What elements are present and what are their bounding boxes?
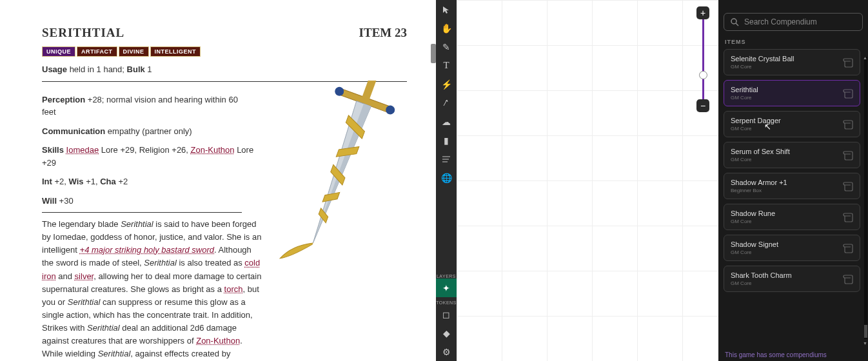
- link-torch[interactable]: torch: [224, 284, 243, 294]
- map-canvas[interactable]: + −: [457, 0, 718, 361]
- item-card-title: Shadow Armor +1: [731, 179, 787, 186]
- item-card-title: Shark Tooth Charm: [731, 271, 792, 279]
- measure-tool[interactable]: [436, 93, 457, 112]
- trait-artifact: ARTIFACT: [77, 46, 117, 57]
- zoom-in-button[interactable]: +: [696, 6, 709, 19]
- skills-line: Skills Iomedae Lore +29, Religion +26, Z…: [42, 144, 262, 169]
- compendium-item[interactable]: Serpent DaggerGM Core: [724, 111, 860, 137]
- tokens-label: TOKENS: [436, 300, 457, 305]
- doc-header: SERITHTIAL ITEM 23: [42, 26, 407, 40]
- scroll-icon: [843, 150, 853, 161]
- compendium-footer-note[interactable]: This game has some compendiums: [724, 349, 863, 361]
- item-card-source: GM Core: [731, 219, 775, 224]
- compendium-panel: ITEMS Selenite Crystal BallGM CoreSerith…: [718, 0, 868, 361]
- compendium-item[interactable]: Serum of Sex ShiftGM Core: [724, 142, 860, 168]
- svg-point-15: [731, 19, 736, 24]
- trait-divine: DIVINE: [119, 46, 149, 57]
- item-card-source: GM Core: [731, 64, 794, 70]
- search-wrap: [724, 13, 863, 31]
- tokens-layer-button[interactable]: ✦: [436, 278, 457, 297]
- link-zonkuthon[interactable]: Zon-Kuthon: [191, 145, 235, 155]
- draw-tool[interactable]: ✎: [436, 37, 457, 56]
- fog-tool[interactable]: ☁: [436, 112, 457, 131]
- scroll-icon: [843, 243, 853, 253]
- communication-line: Communication empathy (partner only): [42, 125, 262, 138]
- doc-scrollbar-thumb[interactable]: [431, 44, 436, 63]
- link-zonkuthon-desc[interactable]: Zon-Kuthon: [196, 336, 240, 346]
- pan-tool[interactable]: ✋: [436, 19, 457, 37]
- fx-tool[interactable]: ⚡: [436, 75, 457, 93]
- items-section-label: ITEMS: [725, 39, 863, 45]
- compendium-item[interactable]: Shark Tooth CharmGM Core: [724, 266, 860, 292]
- link-weapon[interactable]: +4 major striking holy bastard sword: [80, 245, 214, 255]
- svg-line-16: [736, 23, 738, 26]
- zoom-knob[interactable]: [699, 71, 707, 79]
- compendium-item[interactable]: SerithtialGM Core↖: [724, 80, 860, 106]
- scroll-icon: [843, 57, 853, 68]
- scroll-icon: [843, 274, 853, 284]
- item-card-title: Serpent Dagger: [731, 117, 781, 124]
- compendium-scrollbar[interactable]: ▲ ▼: [864, 57, 867, 339]
- item-card-source: GM Core: [731, 157, 790, 162]
- zoom-slider[interactable]: [702, 19, 704, 99]
- trait-intelligent: INTELLIGENT: [150, 46, 201, 57]
- item-card-title: Selenite Crystal Ball: [731, 55, 794, 63]
- svg-rect-3: [362, 81, 379, 100]
- item-illustration: [271, 81, 407, 280]
- item-card-source: GM Core: [731, 95, 758, 101]
- compendium-item[interactable]: Shadow RuneGM Core: [724, 204, 860, 230]
- compendium-item[interactable]: Selenite Crystal BallGM Core: [724, 49, 860, 75]
- will-line: Will +30: [42, 195, 262, 208]
- compendium-item[interactable]: Shadow Armor +1Beginner Box: [724, 173, 860, 199]
- list-tool[interactable]: [436, 150, 457, 168]
- item-level: ITEM 23: [359, 26, 407, 40]
- compendium-item[interactable]: Shadow SignetGM Core: [724, 235, 860, 261]
- perception-line: Perception +28; normal vision and hearin…: [42, 93, 242, 119]
- compendium-item-list: Selenite Crystal BallGM CoreSerithtialGM…: [724, 49, 863, 345]
- usage-line: Usage held in 1 hand; Bulk 1: [42, 63, 407, 76]
- canvas-toolbar: ✋ ✎ T ⚡ ☁ ▮ 🌐 LAYERS ✦ TOKENS ◻ ◆ ⚙: [436, 0, 457, 361]
- trait-unique: UNIQUE: [42, 46, 75, 57]
- zoom-out-button[interactable]: −: [696, 99, 709, 112]
- item-card-source: GM Core: [731, 249, 778, 255]
- bulk-label: Bulk: [127, 64, 145, 74]
- select-tool[interactable]: [436, 0, 457, 19]
- traits-row: UNIQUEARTIFACTDIVINEINTELLIGENT: [42, 46, 407, 57]
- scroll-icon: [843, 212, 853, 222]
- item-card-title: Serum of Sex Shift: [731, 148, 790, 155]
- item-card-source: GM Core: [731, 126, 781, 132]
- search-icon: [731, 18, 739, 26]
- search-input[interactable]: [744, 17, 856, 26]
- item-card-source: GM Core: [731, 280, 792, 286]
- divider: [42, 212, 242, 213]
- item-card-title: Shadow Rune: [731, 210, 775, 217]
- usage-label: Usage: [42, 64, 67, 74]
- layer-gm-button[interactable]: ◆: [436, 324, 457, 342]
- description-text: The legendary blade Serithtial is said t…: [42, 218, 262, 361]
- scroll-icon: [843, 88, 853, 99]
- layer-map-button[interactable]: ◻: [436, 305, 457, 324]
- zoom-control: + −: [696, 6, 709, 112]
- item-card-title: Serithtial: [731, 86, 758, 93]
- compendium-scroll-thumb[interactable]: [864, 325, 867, 338]
- abilities-line: Int +2, Wis +1, Cha +2: [42, 175, 262, 188]
- layers-label: LAYERS: [437, 274, 456, 278]
- link-silver[interactable]: silver: [75, 271, 94, 281]
- text-tool[interactable]: T: [436, 56, 457, 75]
- settings-button[interactable]: ⚙: [436, 342, 457, 361]
- item-document-panel: SERITHTIAL ITEM 23 UNIQUEARTIFACTDIVINEI…: [0, 0, 436, 361]
- scroll-icon: [843, 119, 853, 130]
- item-card-title: Shadow Signet: [731, 240, 778, 248]
- item-name: SERITHTIAL: [42, 26, 124, 40]
- globe-tool[interactable]: 🌐: [436, 168, 457, 187]
- item-card-source: Beginner Box: [731, 188, 787, 193]
- link-iomedae[interactable]: Iomedae: [66, 145, 99, 155]
- rect-tool[interactable]: ▮: [436, 131, 457, 150]
- scroll-icon: [843, 181, 853, 191]
